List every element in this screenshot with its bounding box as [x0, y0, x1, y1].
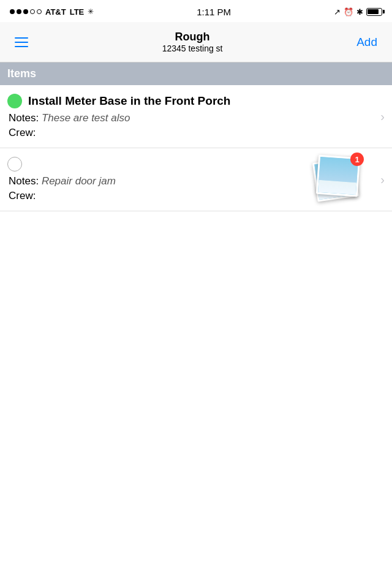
signal-dot-1 [10, 9, 15, 14]
chevron-right-icon: › [380, 110, 385, 124]
chevron-right-icon: › [380, 173, 385, 187]
menu-line-2 [15, 42, 28, 43]
status-incomplete-icon [7, 157, 22, 172]
menu-button[interactable] [10, 32, 33, 52]
notes-value: Repair door jam [42, 175, 116, 187]
location-icon: ↗ [334, 7, 341, 17]
nav-bar: Rough 12345 testing st Add [0, 22, 392, 62]
item-notes-row: Notes: These are test also [7, 112, 385, 124]
network-label: LTE [70, 7, 85, 17]
menu-line-1 [15, 37, 28, 39]
signal-dots [10, 9, 42, 14]
signal-dot-3 [23, 9, 28, 14]
section-header-label: Items [7, 67, 36, 80]
crew-label: Crew: [9, 190, 36, 202]
battery-body [366, 8, 382, 16]
signal-dot-5 [37, 9, 42, 14]
notes-label: Notes: [9, 112, 39, 124]
photo-stack: 1 [312, 155, 361, 201]
item-crew-row: Crew: [7, 127, 385, 139]
item-title: Install Meter Base in the Front Porch [28, 94, 230, 108]
battery [366, 8, 382, 16]
alarm-icon: ⏰ [344, 7, 353, 17]
photo-clouds-2 [318, 180, 356, 195]
nav-title-main: Rough [33, 31, 352, 43]
status-time: 1:11 PM [197, 7, 231, 17]
status-left: AT&T LTE ✳ [10, 7, 94, 17]
nav-title: Rough 12345 testing st [33, 31, 352, 53]
menu-line-3 [15, 46, 28, 47]
list-item[interactable]: Install Meter Base in the Front Porch No… [0, 85, 392, 148]
signal-dot-2 [17, 9, 21, 14]
status-bar: AT&T LTE ✳ 1:11 PM ↗ ⏰ ✱ [0, 0, 392, 22]
section-header: Items [0, 62, 392, 85]
notes-value: These are test also [42, 112, 130, 124]
item-title-row: Install Meter Base in the Front Porch [7, 94, 385, 108]
battery-fill [368, 9, 379, 14]
notes-label: Notes: [9, 175, 39, 187]
status-complete-icon [7, 94, 22, 108]
status-right: ↗ ⏰ ✱ [334, 7, 382, 17]
items-list: Install Meter Base in the Front Porch No… [0, 85, 392, 211]
add-button[interactable]: Add [352, 31, 382, 54]
carrier-label: AT&T [45, 7, 66, 17]
network-icon: ✳ [88, 7, 94, 16]
photo-count-badge: 1 [350, 153, 364, 166]
nav-title-sub: 12345 testing st [33, 43, 352, 53]
photo-thumbnail-area[interactable]: 1 [312, 155, 368, 204]
bluetooth-icon: ✱ [356, 7, 363, 17]
list-item[interactable]: Notes: Repair door jam Crew: 1 › [0, 148, 392, 211]
crew-label: Crew: [9, 127, 36, 138]
signal-dot-4 [30, 9, 35, 14]
